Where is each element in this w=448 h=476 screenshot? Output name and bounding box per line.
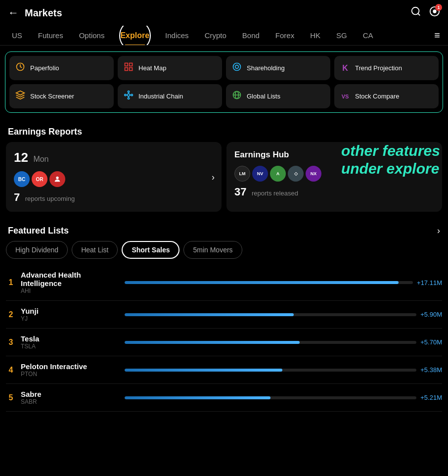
- svg-rect-8: [130, 68, 133, 71]
- stock-name: Sabre: [21, 390, 120, 398]
- featured-title: Featured Lists: [8, 226, 69, 236]
- nav-tabs: US Futures Options Explore Indices Crypt…: [0, 26, 448, 46]
- table-row[interactable]: 3 Tesla TSLA +5.70M: [6, 329, 442, 356]
- bar-container: +17.11M: [125, 279, 442, 286]
- stock-list: 1 Advanced Health Intelligence AHI +17.1…: [0, 265, 448, 412]
- table-row[interactable]: 1 Advanced Health Intelligence AHI +17.1…: [6, 265, 442, 301]
- tab-high-dividend[interactable]: High Dividend: [6, 241, 68, 259]
- bar-track: [125, 281, 413, 284]
- hub-avatar-5: NX: [306, 166, 321, 182]
- earnings-hub-title: Earnings Hub: [234, 150, 434, 160]
- svg-point-0: [412, 7, 419, 15]
- stock-ticker: AHI: [21, 287, 120, 294]
- earnings-title: Earnings Reports: [8, 127, 82, 137]
- tab-hk[interactable]: HK: [302, 26, 328, 45]
- featured-header: Featured Lists ›: [0, 218, 448, 241]
- paperfolio-icon: [14, 62, 26, 74]
- tab-forex[interactable]: Forex: [268, 26, 302, 45]
- stock-compare-label: Stock Compare: [355, 93, 400, 100]
- svg-point-12: [128, 94, 130, 96]
- earnings-avatars: BC OR: [14, 171, 214, 187]
- bar-fill: [125, 281, 399, 284]
- bar-container: +5.21M: [125, 394, 442, 401]
- search-icon[interactable]: [410, 6, 421, 20]
- svg-point-13: [128, 91, 129, 93]
- explore-grid: Paperfolio Heat Map Shareholding K Trend…: [5, 51, 443, 113]
- explore-item-stock-compare[interactable]: VS Stock Compare: [334, 84, 439, 108]
- earnings-nav-arrow[interactable]: ›: [212, 172, 215, 182]
- tab-bond[interactable]: Bond: [234, 26, 268, 45]
- hamburger-menu[interactable]: ≡: [430, 26, 444, 45]
- heat-map-icon: [123, 62, 134, 74]
- svg-point-24: [56, 177, 58, 179]
- avatar-3: [49, 171, 65, 187]
- trend-projection-icon: K: [339, 64, 351, 73]
- tab-options[interactable]: Options: [71, 26, 113, 45]
- bar-track: [125, 341, 416, 344]
- svg-point-3: [433, 10, 436, 13]
- bar-fill: [125, 341, 300, 344]
- svg-rect-7: [125, 68, 128, 71]
- table-row[interactable]: 5 Sabre SABR +5.21M: [6, 384, 442, 412]
- heat-map-label: Heat Map: [138, 64, 166, 72]
- back-button[interactable]: ←: [8, 6, 19, 19]
- stock-screener-label: Stock Screener: [30, 93, 74, 100]
- hub-avatars: LM NV A ◇ NX: [234, 166, 434, 182]
- explore-item-shareholding[interactable]: Shareholding: [226, 56, 330, 80]
- stock-name: Yunji: [21, 307, 120, 315]
- explore-item-heat-map[interactable]: Heat Map: [118, 56, 222, 80]
- page-title: Markets: [25, 7, 62, 19]
- tab-indices[interactable]: Indices: [157, 26, 197, 45]
- explore-item-industrial-chain[interactable]: Industrial Chain: [118, 84, 222, 108]
- tab-explore[interactable]: Explore: [112, 26, 157, 45]
- stock-screener-icon: [14, 90, 26, 102]
- tab-sg[interactable]: SG: [328, 26, 355, 45]
- notification-icon[interactable]: 1: [429, 6, 440, 20]
- earnings-cards: 12 Mon BC OR 7 reports upcoming › Earnin…: [0, 142, 448, 218]
- svg-point-16: [131, 94, 133, 95]
- notification-badge: 1: [435, 4, 442, 11]
- hub-avatar-1: LM: [234, 166, 250, 182]
- tab-crypto[interactable]: Crypto: [197, 26, 234, 45]
- industrial-chain-label: Industrial Chain: [138, 93, 183, 100]
- tab-5min-movers[interactable]: 5min Movers: [183, 241, 242, 259]
- featured-more-button[interactable]: ›: [437, 226, 440, 236]
- bar-track: [125, 369, 416, 372]
- stock-name: Peloton Interactive: [21, 362, 120, 371]
- tab-heat-list[interactable]: Heat List: [72, 241, 118, 259]
- earnings-upcoming-count: 7 reports upcoming: [14, 191, 214, 204]
- hub-avatar-3: A: [270, 166, 286, 182]
- stock-ticker: SABR: [21, 398, 120, 405]
- table-row[interactable]: 4 Peloton Interactive PTON +5.38M: [6, 356, 442, 384]
- svg-marker-11: [16, 91, 25, 95]
- bar-value: +5.70M: [420, 338, 442, 346]
- explore-item-paperfolio[interactable]: Paperfolio: [9, 56, 114, 80]
- stock-info: Sabre SABR: [21, 390, 120, 405]
- earnings-header: Earnings Reports: [0, 119, 448, 142]
- tab-short-sales[interactable]: Short Sales: [122, 241, 179, 259]
- hub-avatar-2: NV: [252, 166, 268, 182]
- bar-fill: [125, 313, 294, 316]
- svg-point-10: [235, 65, 239, 69]
- explore-item-trend-projection[interactable]: K Trend Projection: [334, 56, 439, 80]
- stock-rank: 4: [6, 366, 16, 375]
- bar-value: +5.38M: [420, 366, 442, 374]
- earnings-hub-card[interactable]: Earnings Hub LM NV A ◇ NX 37 reports rel…: [226, 142, 442, 212]
- svg-point-15: [125, 94, 126, 95]
- tab-ca[interactable]: CA: [355, 26, 381, 45]
- explore-item-global-lists[interactable]: Global Lists: [226, 84, 330, 108]
- earnings-upcoming-card[interactable]: 12 Mon BC OR 7 reports upcoming ›: [6, 142, 222, 212]
- table-row[interactable]: 2 Yunji YJ +5.90M: [6, 301, 442, 329]
- bar-value: +5.90M: [420, 311, 442, 318]
- svg-rect-5: [125, 63, 128, 66]
- tab-us[interactable]: US: [4, 26, 30, 45]
- earnings-date: 12 Mon: [14, 150, 214, 165]
- header-right: 1: [410, 6, 440, 20]
- header-left: ← Markets: [8, 6, 62, 19]
- explore-item-stock-screener[interactable]: Stock Screener: [9, 84, 114, 108]
- bar-container: +5.38M: [125, 366, 442, 374]
- bar-container: +5.90M: [125, 311, 442, 318]
- stock-compare-icon: VS: [339, 94, 351, 99]
- shareholding-label: Shareholding: [247, 64, 285, 72]
- tab-futures[interactable]: Futures: [30, 26, 71, 45]
